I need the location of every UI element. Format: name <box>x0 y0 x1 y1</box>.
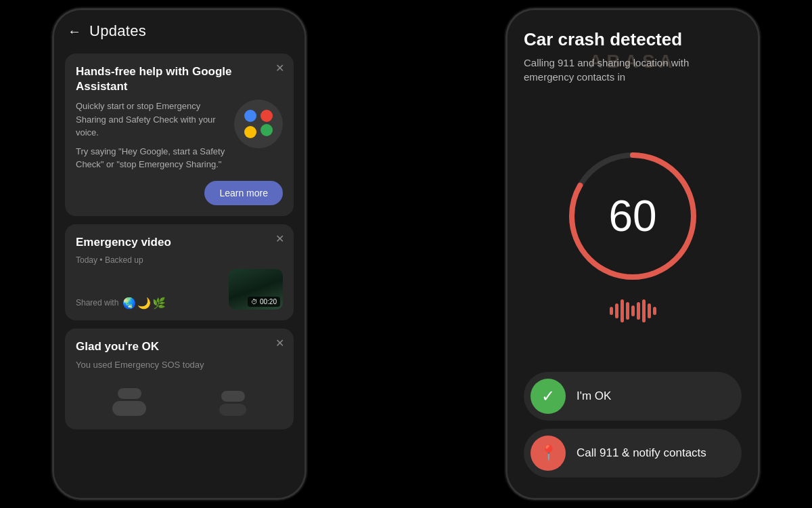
cloud-shape-small <box>221 391 245 402</box>
call-icon-circle: 📍 <box>531 436 566 471</box>
cloud-illustrations <box>76 378 283 419</box>
emoji-avatar-3: 🌿 <box>152 297 166 310</box>
close-icon[interactable]: ✕ <box>275 234 284 245</box>
wave-bar-7 <box>642 299 646 322</box>
emoji-avatar-1: 🌏 <box>122 297 136 310</box>
card-title: Glad you're OK <box>76 339 283 354</box>
wave-bar-5 <box>631 305 635 316</box>
cloud-shape-large <box>112 401 146 416</box>
card-title: Hands-free help with Google Assistant <box>76 64 283 94</box>
left-phone: ← Updates ✕ Hands-free help with Google … <box>54 10 304 498</box>
cloud-2 <box>219 391 246 416</box>
cards-container: ✕ Hands-free help with Google Assistant … <box>54 48 304 498</box>
assistant-icon <box>234 100 283 148</box>
right-phone: ABASA Car crash detected Calling 911 and… <box>508 10 758 498</box>
left-phone-screen: ← Updates ✕ Hands-free help with Google … <box>54 10 304 498</box>
countdown-ring: 60 <box>565 148 700 284</box>
card-text-secondary: Try saying "Hey Google, start a Safety C… <box>76 145 227 171</box>
card-text-primary: Quickly start or stop Emergency Sharing … <box>76 100 227 140</box>
card-title: Emergency video <box>76 235 283 250</box>
countdown-container: 60 <box>524 100 742 372</box>
countdown-number: 60 <box>608 191 656 241</box>
duration-text: 00:20 <box>260 298 277 305</box>
dot-blue <box>244 110 256 122</box>
wave-bar-3 <box>621 299 624 322</box>
im-ok-button[interactable]: ✓ I'm OK <box>524 372 742 421</box>
card-body: Quickly start or stop Emergency Sharing … <box>76 100 283 171</box>
close-icon[interactable]: ✕ <box>275 338 284 349</box>
wave-bar-9 <box>653 307 656 315</box>
crash-title: Car crash detected <box>524 29 742 50</box>
video-thumbnail[interactable]: ⏱ 00:20 <box>229 269 283 310</box>
call-911-button[interactable]: 📍 Call 911 & notify contacts <box>524 429 742 478</box>
dot-yellow <box>244 126 256 138</box>
emergency-video-card: ✕ Emergency video Today • Backed up Shar… <box>65 224 294 320</box>
shared-with: Shared with 🌏 🌙 🌿 <box>76 297 222 310</box>
wave-bar-1 <box>610 307 613 315</box>
location-icon: 📍 <box>539 444 558 462</box>
crash-screen: ABASA Car crash detected Calling 911 and… <box>508 10 758 498</box>
google-assistant-card: ✕ Hands-free help with Google Assistant … <box>65 54 294 216</box>
back-arrow-icon[interactable]: ← <box>68 24 81 39</box>
emoji-avatar-2: 🌙 <box>137 297 151 310</box>
video-duration: ⏱ 00:20 <box>248 297 280 307</box>
cloud-shape-small <box>118 388 141 399</box>
sound-wave <box>610 297 656 324</box>
assistant-dots <box>244 109 273 139</box>
video-card-row: Shared with 🌏 🌙 🌿 ⏱ <box>76 269 283 310</box>
dot-green <box>261 124 273 136</box>
wave-bar-8 <box>648 303 651 318</box>
call-911-label: Call 911 & notify contacts <box>577 446 706 460</box>
crash-subtitle: Calling 911 and sharing location with em… <box>524 56 742 84</box>
shared-with-area: Shared with 🌏 🌙 🌿 <box>76 291 222 310</box>
cloud-shape-half <box>219 404 246 416</box>
scene: ← Updates ✕ Hands-free help with Google … <box>0 0 812 508</box>
im-ok-label: I'm OK <box>577 389 611 403</box>
close-icon[interactable]: ✕ <box>275 63 284 74</box>
card-text-area: Quickly start or stop Emergency Sharing … <box>76 100 227 171</box>
emoji-avatars: 🌏 🌙 🌿 <box>122 297 166 310</box>
check-icon: ✓ <box>541 387 555 406</box>
glad-ok-card: ✕ Glad you're OK You used Emergency SOS … <box>65 329 294 429</box>
play-icon: ⏱ <box>251 298 258 305</box>
card-subtitle: You used Emergency SOS today <box>76 360 283 370</box>
dot-red <box>261 110 273 122</box>
wave-bar-4 <box>626 302 629 320</box>
ok-icon-circle: ✓ <box>531 379 566 414</box>
page-title: Updates <box>89 22 146 40</box>
video-meta: Today • Backed up <box>76 255 283 265</box>
shared-label: Shared with <box>76 298 118 308</box>
wave-bar-2 <box>615 303 618 318</box>
wave-bar-6 <box>637 302 640 320</box>
header: ← Updates <box>54 10 304 48</box>
action-buttons: ✓ I'm OK 📍 Call 911 & notify contacts <box>524 372 742 484</box>
learn-more-button[interactable]: Learn more <box>204 181 283 205</box>
cloud-1 <box>112 388 146 416</box>
